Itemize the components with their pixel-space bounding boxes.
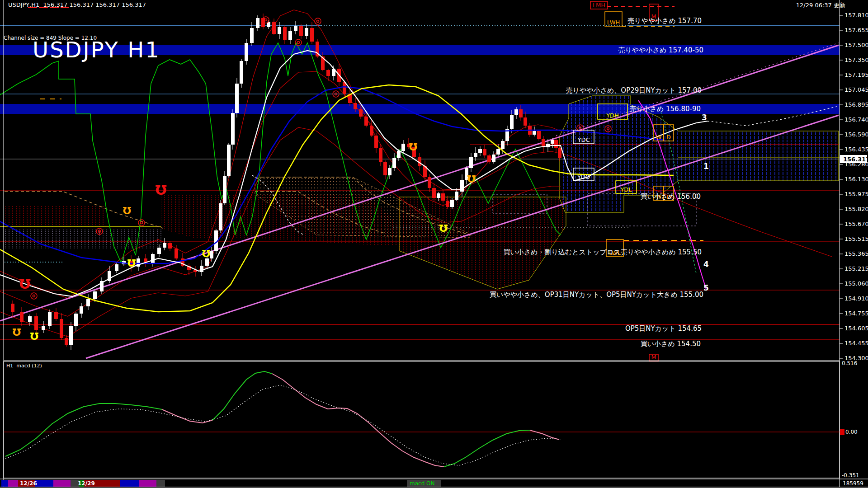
price-axis[interactable]: 157.810157.655157.500157.350157.195157.0… [840,0,868,487]
candle-body [370,126,373,136]
candle-body [388,168,392,175]
macd-signal-line [5,385,561,465]
axis-tick-label: 154.605 [844,325,868,332]
candle-body [235,84,239,113]
svg-text:LWH: LWH [607,19,620,26]
axis-tick-label: 155.670 [844,221,868,227]
macd-main-line [530,430,559,440]
macd-scale-label: 185959 [843,480,863,487]
candle-body [283,27,287,40]
axis-tick-label: 157.350 [844,56,868,63]
cloud-red-mid [161,194,399,246]
svg-text:LMH: LMH [593,2,605,9]
candle-body [28,316,32,322]
candle-body [397,151,401,158]
candle-body [305,28,308,36]
candle-body [533,131,536,135]
candle-body [48,312,52,326]
axis-tick-label: 156.435 [844,146,868,153]
candle-body [74,314,78,326]
axis-tick-label: 157.655 [844,27,868,33]
axis-tick-label: 154.910 [844,295,868,302]
candle-body [223,176,226,203]
current-price-label: 156.317 [843,156,868,163]
timeline-segment [53,480,71,487]
candle-body [157,248,161,254]
candle-body [65,338,68,345]
signal-circle-icon [141,222,143,224]
candle-body [450,200,454,207]
candle-body [86,299,90,306]
violet-channel-upper [0,45,839,321]
candle-body [558,148,561,158]
band-156.80-90 [0,104,840,114]
candle-body [219,203,222,230]
svg-text:M: M [651,354,656,361]
candle-body [175,249,178,258]
candle-body [446,201,449,207]
candle-body [483,149,486,155]
signal-circle-icon [265,19,267,21]
omega-mark-icon: Ω [409,141,417,152]
candle-body [168,243,172,249]
macd-main-line [212,371,272,420]
candle-body [93,291,97,299]
candle-body [432,188,436,198]
axis-tick-label: 156.740 [844,116,868,123]
candle-body [294,26,297,31]
axis-tick-label: 154.455 [844,340,868,347]
mt4-chart-window[interactable]: ΩΩΩΩΩΩΩΩΩΩLMHMLWHYDHYDCWDYDOYDLWDLWLM売りや… [0,0,868,488]
timeline-bar[interactable]: 12/2612/29macd ON [0,479,868,487]
signal-circle-icon [31,293,37,299]
omega-mark-icon: Ω [30,330,38,342]
candle-body [231,113,235,145]
macd-label: H1 macd (12) [6,363,42,369]
price-annotation: 買い小さめ・割り込むとストップロス売りやや小さめめ 155.50 [503,248,702,256]
chart-canvas[interactable]: ΩΩΩΩΩΩΩΩΩΩLMHMLWHYDHYDCWDYDOYDLWDLWLM売りや… [0,0,868,488]
candle-body [524,117,527,126]
axis-tick-label: 156.895 [844,101,868,108]
candle-body [11,304,14,312]
candle-body [163,243,166,248]
candle-body [227,145,231,176]
omega-mark-icon: Ω [12,326,21,338]
svg-text:YDC: YDC [577,136,590,143]
candle-body [514,109,518,115]
signal-circle-icon [315,18,321,24]
svg-text:YDO: YDO [577,174,590,180]
candle-body [288,31,292,40]
candle-body [278,27,281,34]
tag-box-m: M [649,354,658,361]
candle-body [428,177,431,188]
candle-body [256,18,259,28]
candle-body [60,319,63,338]
macd-main-line [272,374,444,467]
svg-text:YDL: YDL [620,186,632,193]
big-title: USDJPY H1 [33,37,160,62]
cloud-red-left [5,206,105,228]
candle-body [537,131,541,139]
price-annotation: 売りやや小さめ 157.70 [627,17,702,25]
signal-circle-icon [297,42,300,44]
signal-circle-icon [33,295,35,297]
price-annotation: 売りやや小さめ 157.40-50 [618,46,703,54]
candle-body [272,22,276,34]
macd-on-toggle[interactable]: macd ON [410,480,435,487]
macd-panel: 0.5160.00-0.351185959 [4,360,863,487]
candle-body [441,193,445,201]
omega-mark-icon: Ω [467,173,476,184]
timeline-segment [8,480,18,487]
candle-body [80,306,83,314]
axis-tick-label: 157.195 [844,71,868,78]
omega-mark-icon: Ω [127,257,136,268]
wave-number: 1 [703,162,709,171]
candle-body [151,254,155,263]
wave-number: 5 [703,283,709,292]
candle-body [69,326,73,345]
svg-text:W: W [656,134,662,141]
timeline-segment [1,480,8,487]
timeline-segment [120,480,139,487]
axis-tick-label: 155.060 [844,280,868,287]
candle-body [115,264,118,271]
timeline-date-label: 12/26 [20,480,37,487]
